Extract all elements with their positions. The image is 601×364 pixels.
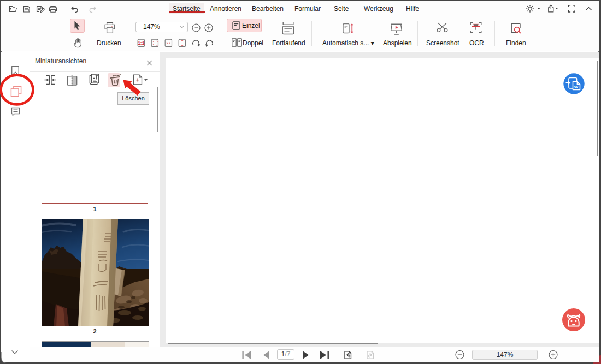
svg-text:W: W <box>574 85 579 89</box>
svg-text:1:1: 1:1 <box>138 40 145 46</box>
